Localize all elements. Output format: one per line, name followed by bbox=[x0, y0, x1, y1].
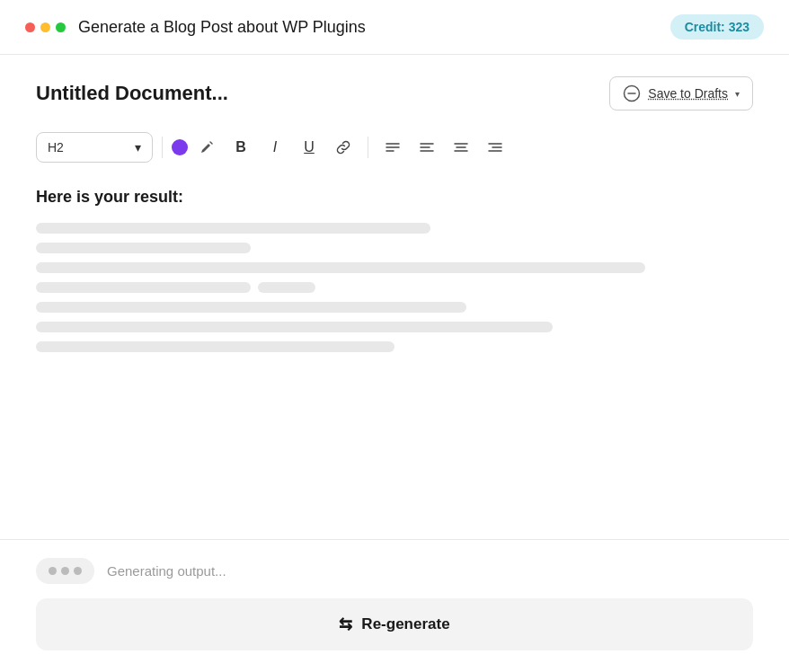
dot-yellow bbox=[40, 22, 50, 32]
page-title: Generate a Blog Post about WP Plugins bbox=[78, 18, 366, 37]
result-area: Here is your result: bbox=[36, 188, 753, 352]
document-title: Untitled Document... bbox=[36, 82, 228, 105]
skeleton-line-4b bbox=[258, 282, 315, 293]
heading-select-value: H2 bbox=[48, 140, 64, 155]
highlight-btn[interactable] bbox=[191, 132, 222, 163]
regenerate-label: Re-generate bbox=[361, 615, 449, 633]
skeleton-row-4 bbox=[36, 282, 753, 293]
window-dots bbox=[25, 22, 66, 32]
gen-dot-2 bbox=[61, 567, 69, 575]
save-drafts-label: Save to Drafts bbox=[648, 86, 728, 101]
result-heading: Here is your result: bbox=[36, 188, 753, 207]
skeleton-line-7 bbox=[36, 341, 394, 352]
align-right-btn[interactable] bbox=[480, 132, 510, 163]
top-bar-left: Generate a Blog Post about WP Plugins bbox=[25, 18, 366, 37]
generating-dots bbox=[36, 558, 94, 584]
skeleton-lines bbox=[36, 223, 753, 352]
chevron-down-icon: ▾ bbox=[735, 89, 740, 99]
regenerate-icon: ⇄ bbox=[339, 615, 352, 634]
generating-label: Generating output... bbox=[107, 563, 226, 579]
bold-icon-label: B bbox=[235, 139, 246, 155]
dot-red bbox=[25, 22, 35, 32]
skeleton-line-1 bbox=[36, 223, 430, 234]
list-btn[interactable] bbox=[377, 132, 408, 163]
skeleton-line-5 bbox=[36, 302, 466, 313]
generating-row: Generating output... bbox=[36, 558, 753, 584]
underline-btn[interactable]: U bbox=[294, 132, 324, 163]
align-left-btn[interactable] bbox=[412, 132, 442, 163]
skeleton-line-6 bbox=[36, 322, 553, 332]
color-picker-dot[interactable] bbox=[172, 139, 188, 155]
dot-green bbox=[56, 22, 66, 32]
heading-select[interactable]: H2 ▾ bbox=[36, 132, 153, 163]
document-area: Untitled Document... Save to Drafts ▾ H2… bbox=[0, 55, 789, 540]
skeleton-line-4a bbox=[36, 282, 251, 293]
skeleton-line-3 bbox=[36, 262, 645, 273]
formatting-toolbar: H2 ▾ B I U bbox=[36, 132, 753, 163]
italic-btn[interactable]: I bbox=[260, 132, 290, 163]
underline-icon-label: U bbox=[304, 139, 315, 155]
align-center-btn[interactable] bbox=[446, 132, 476, 163]
heading-select-chevron: ▾ bbox=[135, 140, 141, 155]
credit-badge: Credit: 323 bbox=[670, 14, 764, 40]
bold-btn[interactable]: B bbox=[226, 132, 256, 163]
skeleton-line-2 bbox=[36, 243, 251, 253]
gen-dot-1 bbox=[49, 567, 57, 575]
save-drafts-button[interactable]: Save to Drafts ▾ bbox=[609, 76, 753, 111]
link-btn[interactable] bbox=[328, 132, 359, 163]
bottom-panel: Generating output... ⇄ Re-generate bbox=[0, 540, 789, 672]
top-bar: Generate a Blog Post about WP Plugins Cr… bbox=[0, 0, 789, 55]
italic-icon-label: I bbox=[273, 139, 277, 155]
gen-dot-3 bbox=[74, 567, 82, 575]
save-icon bbox=[623, 84, 641, 102]
regenerate-button[interactable]: ⇄ Re-generate bbox=[36, 598, 753, 650]
doc-header: Untitled Document... Save to Drafts ▾ bbox=[36, 76, 753, 111]
toolbar-divider-2 bbox=[368, 137, 368, 158]
toolbar-divider-1 bbox=[162, 137, 163, 158]
